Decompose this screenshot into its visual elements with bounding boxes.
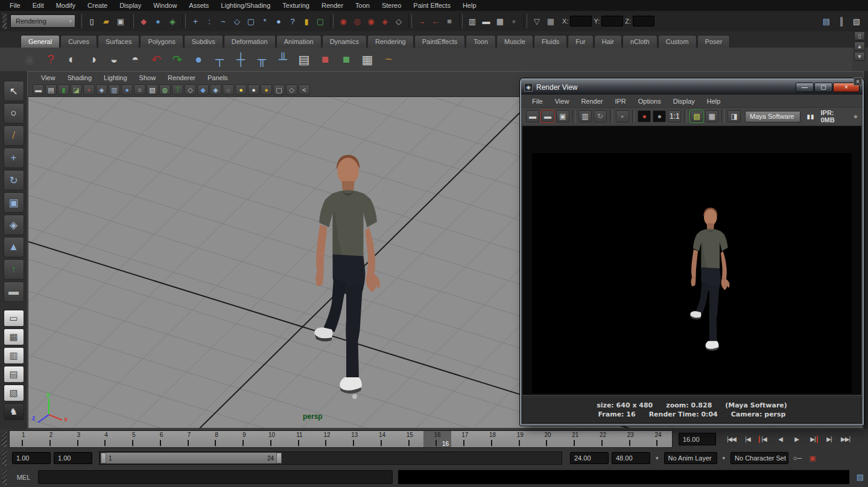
pause-ipr-icon[interactable]: ▮▮ [806, 113, 814, 120]
render-view-titlebar[interactable]: ◈ Render View —▢× [521, 80, 863, 95]
renderer-selector[interactable]: Maya Software [745, 111, 800, 122]
chevron-down-icon[interactable]: ▾ [723, 455, 726, 461]
menu-item[interactable]: Paint Effects [407, 2, 457, 9]
lock-selection-icon[interactable]: ▮ [300, 14, 313, 28]
universal-manipulator-tool[interactable]: ◈ [4, 215, 24, 235]
select-object-shelf-icon[interactable]: ■ [316, 51, 334, 69]
render-view-menu-item[interactable]: Display [667, 98, 701, 105]
highlight-selection-icon[interactable]: ▢ [314, 14, 327, 28]
lasso-select-tool[interactable]: ○ [4, 103, 24, 124]
frame-ruler[interactable]: 1 1 2 2 3 3 4 4 5 5 6 6 [9, 430, 673, 448]
set-key-icon[interactable]: ○─ [791, 452, 803, 464]
timeline-frame[interactable]: 4 4 [92, 431, 120, 447]
open-scene-icon[interactable]: ▰ [100, 14, 113, 28]
step-back-frame-button[interactable]: |◀ [741, 433, 755, 445]
camera-name-label[interactable]: persp [303, 412, 323, 421]
timeline-frame[interactable]: 9 9 [230, 431, 258, 447]
group-separator[interactable] [182, 14, 186, 28]
menu-item[interactable]: Window [147, 2, 183, 9]
menu-set-selector[interactable]: Rendering ▾ [10, 14, 75, 28]
locator-dot[interactable] [352, 394, 357, 399]
shelf-tab[interactable]: General [21, 35, 60, 48]
attribute-editor-icon[interactable]: ▧ [850, 14, 863, 28]
film-gate-icon[interactable]: ▥ [109, 84, 120, 95]
drag-grip[interactable] [2, 470, 7, 485]
move-tool[interactable]: + [4, 148, 24, 168]
chevron-down-icon[interactable]: ▾ [656, 455, 659, 461]
redo-icon[interactable]: ↷ [168, 51, 186, 69]
timeline-frame[interactable]: 7 7 [176, 431, 203, 447]
shelf-tab[interactable]: Poser [697, 35, 730, 48]
rgb-channels-icon[interactable]: ● [638, 110, 651, 122]
refresh-icon[interactable]: ↻ [594, 110, 607, 122]
timeline-frame[interactable]: 5 5 [120, 431, 148, 447]
image-plane-icon[interactable]: ◪ [71, 84, 82, 95]
group-separator[interactable] [524, 14, 527, 28]
grid-icon[interactable]: ◈ [96, 84, 107, 95]
shelf-tab[interactable]: Curves [60, 35, 97, 48]
render-view-menu-item[interactable]: Render [575, 98, 609, 105]
shelf-tab[interactable]: Fluids [534, 35, 567, 48]
select-component-icon[interactable]: ◈ [166, 14, 179, 28]
snap-to-plane-icon[interactable]: ◈ [378, 14, 391, 28]
viewport-menu-item[interactable]: View [35, 74, 62, 81]
render-view-menu-item[interactable]: Options [632, 98, 667, 105]
redo-previous-render-icon[interactable]: ▬ [541, 110, 554, 122]
persp-graph-layout-button[interactable]: ▤ [4, 366, 24, 383]
minimize-button[interactable]: — [796, 83, 814, 92]
menu-item[interactable]: Toon [349, 2, 376, 9]
menu-item[interactable]: Edit [27, 2, 50, 9]
checker-sphere-icon[interactable]: ◉ [223, 84, 234, 95]
timeline-frame[interactable]: 8 8 [203, 431, 230, 447]
isolate-select-icon[interactable]: ▢ [273, 84, 285, 95]
tool-settings-icon[interactable]: ║ [835, 14, 848, 28]
paint-effects-icon[interactable]: ~ [379, 51, 398, 69]
group-separator[interactable] [330, 14, 334, 28]
timeline-frame[interactable]: 3 3 [65, 431, 93, 447]
timeline-frame[interactable]: 19 19 [507, 431, 534, 447]
render-settings-icon[interactable]: ▫ [507, 14, 521, 28]
menu-item[interactable]: Display [113, 2, 147, 9]
last-tool-used-icon[interactable]: ▬ [4, 281, 24, 302]
select-handles-icon[interactable]: + [189, 14, 202, 28]
timeline-frame[interactable]: 13 13 [341, 431, 369, 447]
timeline-frame[interactable]: 20 20 [534, 431, 562, 447]
menu-item[interactable]: Render [315, 2, 349, 9]
panel-close-icon[interactable]: × [854, 77, 862, 86]
menu-item[interactable]: Lighting/Shading [215, 2, 276, 9]
menu-item[interactable]: Stereo [376, 2, 407, 9]
timeline-frame[interactable]: 2 2 [37, 431, 65, 447]
joint-tool-icon[interactable]: ┬ [211, 51, 229, 69]
playback-end-field[interactable]: 24.00 [570, 452, 609, 464]
region-render-icon[interactable]: ▫ [616, 110, 629, 122]
scale-tool[interactable]: ▣ [4, 192, 24, 213]
anim-layer-selector[interactable]: No Anim Layer [664, 452, 717, 464]
timeline-frame[interactable]: 22 22 [589, 431, 617, 447]
select-dynamics-icon[interactable]: * [258, 14, 271, 28]
shelf-tab[interactable]: PaintEffects [414, 35, 466, 48]
scene-preview-icon[interactable]: ◉ [21, 51, 39, 69]
timeline-frame[interactable]: 23 23 [617, 431, 645, 447]
undo-icon[interactable]: ↶ [147, 51, 165, 69]
soft-mod-tool[interactable]: ▲ [4, 237, 24, 257]
shelf-tab[interactable]: Hair [594, 35, 622, 48]
show-manipulator-tool[interactable]: ↑ [4, 259, 24, 280]
select-surfaces-icon[interactable]: ◇ [230, 14, 244, 28]
maya-art-icon[interactable]: ♞ [4, 403, 24, 420]
delete-shelf-icon[interactable]: ▯ [854, 31, 865, 40]
timeline-frame[interactable]: 17 17 [451, 431, 479, 447]
menu-item[interactable]: Texturing [276, 2, 315, 9]
group-separator[interactable] [459, 14, 463, 28]
light-default-icon[interactable]: ● [248, 84, 259, 95]
paint-select-tool[interactable]: / [4, 125, 24, 146]
render-current-frame-icon[interactable]: ▬ [480, 14, 493, 28]
shelf-tab[interactable]: Fur [568, 35, 594, 48]
range-end-handle[interactable] [276, 453, 282, 463]
rotate-tool[interactable]: ↻ [4, 170, 24, 190]
make-live-icon[interactable]: ◇ [392, 14, 405, 28]
selection-arrow-icon[interactable]: ▽ [530, 14, 543, 28]
camera-dolly-icon[interactable]: ◓ [126, 51, 144, 69]
step-forward-key-button[interactable]: ▶| [806, 433, 820, 445]
go-to-start-button[interactable]: |◀◀ [724, 433, 738, 445]
snap-to-point-icon[interactable]: ◉ [364, 14, 378, 28]
